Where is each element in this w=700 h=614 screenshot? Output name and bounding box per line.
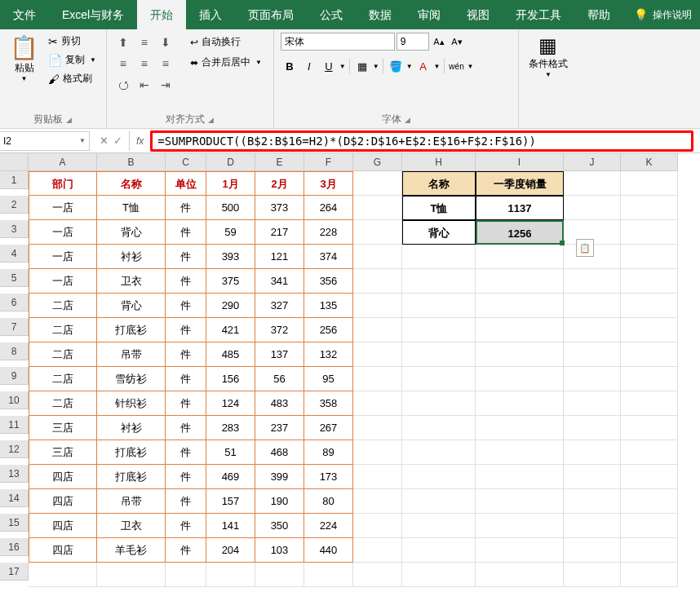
cell-E16[interactable]: 103 <box>255 538 304 563</box>
col-header-I[interactable]: I <box>476 153 564 171</box>
font-name-select[interactable] <box>281 33 395 51</box>
sum-header-name[interactable]: 名称 <box>402 171 476 196</box>
cell-F16[interactable]: 440 <box>304 538 353 563</box>
cell-I9[interactable] <box>476 367 564 391</box>
cell-empty-17-0[interactable] <box>29 563 97 587</box>
dialog-launcher-icon[interactable]: ◢ <box>405 116 410 124</box>
cell-A16[interactable]: 四店 <box>29 538 97 563</box>
cell-H15[interactable] <box>402 514 476 538</box>
cell-I11[interactable] <box>476 416 564 440</box>
fx-icon[interactable]: fx <box>130 135 150 147</box>
cell-E5[interactable]: 341 <box>255 269 304 294</box>
cell-E14[interactable]: 190 <box>255 489 304 514</box>
name-box[interactable]: I2 ▼ <box>0 131 90 151</box>
cell-I16[interactable] <box>476 538 564 563</box>
cell-H6[interactable] <box>402 294 476 318</box>
paste-button[interactable]: 📋 粘贴 ▼ <box>7 33 42 84</box>
indent-decrease-button[interactable]: ⇤ <box>135 75 154 95</box>
cell-E13[interactable]: 399 <box>255 465 304 489</box>
cell-K4[interactable] <box>621 245 678 269</box>
cell-K8[interactable] <box>621 342 678 367</box>
cell-D7[interactable]: 421 <box>206 318 255 342</box>
row-header-12[interactable]: 12 <box>0 440 29 458</box>
align-center-button[interactable]: ≡ <box>135 54 154 73</box>
cell-A13[interactable]: 四店 <box>29 465 97 489</box>
cell-G10[interactable] <box>353 391 402 416</box>
active-cell[interactable]: 1256 <box>476 220 564 245</box>
cell-D13[interactable]: 469 <box>206 465 255 489</box>
cell-G6[interactable] <box>353 294 402 318</box>
select-all-corner[interactable] <box>0 153 29 171</box>
cell-F3[interactable]: 228 <box>304 220 353 245</box>
cell-H12[interactable] <box>402 440 476 465</box>
cell-C14[interactable]: 件 <box>166 489 206 514</box>
cell-I14[interactable] <box>476 489 564 514</box>
cell-K7[interactable] <box>621 318 678 342</box>
cell-empty-17-1[interactable] <box>97 563 166 587</box>
tab-help[interactable]: 帮助 <box>574 0 623 29</box>
col-header-B[interactable]: B <box>97 153 166 171</box>
align-right-button[interactable]: ≡ <box>156 54 175 73</box>
cell-A12[interactable]: 三店 <box>29 440 97 465</box>
dialog-launcher-icon[interactable]: ◢ <box>66 116 72 124</box>
row-header-2[interactable]: 2 <box>0 196 29 214</box>
tab-dev[interactable]: 开发工具 <box>503 0 574 29</box>
cell-D10[interactable]: 124 <box>206 391 255 416</box>
cell-F11[interactable]: 267 <box>304 416 353 440</box>
align-left-button[interactable]: ≡ <box>113 54 133 73</box>
cell-J15[interactable] <box>564 514 621 538</box>
cell-D6[interactable]: 290 <box>206 294 255 318</box>
cell-G11[interactable] <box>353 416 402 440</box>
row-header-16[interactable]: 16 <box>0 538 29 556</box>
cell-B6[interactable]: 背心 <box>97 294 166 318</box>
cell-E6[interactable]: 327 <box>255 294 304 318</box>
row-header-3[interactable]: 3 <box>0 220 29 238</box>
cell-K14[interactable] <box>621 489 678 514</box>
cell-C4[interactable]: 件 <box>166 245 206 269</box>
copy-button[interactable]: 📄复制▼ <box>45 51 100 68</box>
cell-C12[interactable]: 件 <box>166 440 206 465</box>
cell-A5[interactable]: 一店 <box>29 269 97 294</box>
cell-A2[interactable]: 一店 <box>29 196 97 220</box>
row-header-1[interactable]: 1 <box>0 171 29 189</box>
cell-F10[interactable]: 358 <box>304 391 353 416</box>
cell-B9[interactable]: 雪纺衫 <box>97 367 166 391</box>
col-header-E[interactable]: E <box>255 153 304 171</box>
cell-C8[interactable]: 件 <box>166 342 206 367</box>
row-header-6[interactable]: 6 <box>0 294 29 311</box>
cell-J10[interactable] <box>564 391 621 416</box>
cell-K1[interactable] <box>621 171 678 196</box>
cell-G15[interactable] <box>353 514 402 538</box>
cell-A9[interactable]: 二店 <box>29 367 97 391</box>
cell-J2[interactable] <box>564 196 621 220</box>
col-header-G[interactable]: G <box>353 153 402 171</box>
cell-J13[interactable] <box>564 465 621 489</box>
cell-G14[interactable] <box>353 489 402 514</box>
cell-I6[interactable] <box>476 294 564 318</box>
tab-layout[interactable]: 页面布局 <box>235 0 307 29</box>
col-header-C[interactable]: C <box>166 153 206 171</box>
cell-H5[interactable] <box>402 269 476 294</box>
cell-G1[interactable] <box>353 171 402 196</box>
cell-I5[interactable] <box>476 269 564 294</box>
cell-J14[interactable] <box>564 489 621 514</box>
cell-H11[interactable] <box>402 416 476 440</box>
cell-C6[interactable]: 件 <box>166 294 206 318</box>
cell-I10[interactable] <box>476 391 564 416</box>
cell-G8[interactable] <box>353 342 402 367</box>
row-header-13[interactable]: 13 <box>0 465 29 483</box>
cell-B2[interactable]: T恤 <box>97 196 166 220</box>
cell-J7[interactable] <box>564 318 621 342</box>
cell-F6[interactable]: 135 <box>304 294 353 318</box>
cell-C2[interactable]: 件 <box>166 196 206 220</box>
main-header-name[interactable]: 名称 <box>97 171 166 196</box>
cell-D9[interactable]: 156 <box>206 367 255 391</box>
cell-G13[interactable] <box>353 465 402 489</box>
cell-C11[interactable]: 件 <box>166 416 206 440</box>
main-header-jan[interactable]: 1月 <box>206 171 255 196</box>
cell-E2[interactable]: 373 <box>255 196 304 220</box>
cell-E10[interactable]: 483 <box>255 391 304 416</box>
sum-header-qty[interactable]: 一季度销量 <box>476 171 564 196</box>
cell-K11[interactable] <box>621 416 678 440</box>
cell-empty-17-8[interactable] <box>476 563 564 587</box>
